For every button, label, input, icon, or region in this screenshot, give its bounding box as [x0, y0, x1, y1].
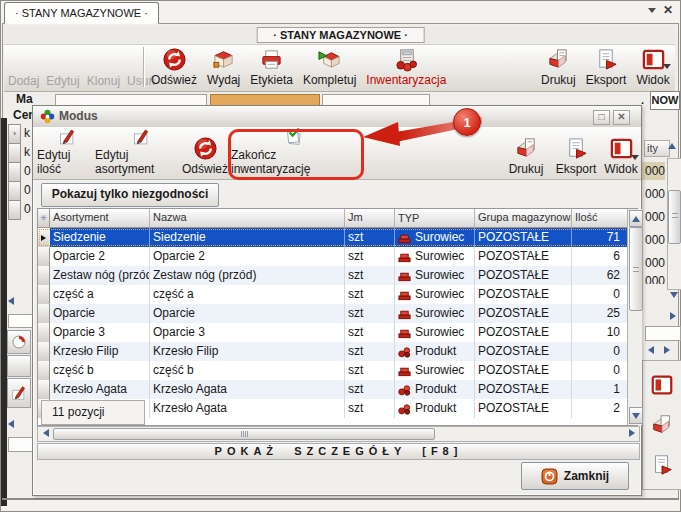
column-header-asortyment[interactable]: Asortyment — [50, 209, 150, 227]
window-menu-caret-icon[interactable] — [648, 8, 656, 13]
cell-typ-label: Surowiec — [415, 247, 464, 266]
scroll-right-icon[interactable] — [670, 312, 676, 320]
dialog-titlebar[interactable]: Modus □ ✕ — [33, 106, 641, 128]
mini-grid-row[interactable]: k — [8, 143, 33, 162]
mini-cell: k — [21, 124, 30, 143]
view-icon[interactable] — [650, 373, 674, 397]
cell-jm: szt — [345, 342, 395, 361]
row-selector[interactable] — [38, 228, 50, 247]
edit-assortment-button[interactable]: Edytuj asortyment — [95, 127, 187, 179]
row-selector[interactable] — [38, 342, 50, 361]
column-header-ilosc[interactable]: Ilość — [572, 209, 626, 227]
dialog-toolbar-caret-icon[interactable] — [631, 155, 639, 160]
row-selector[interactable] — [38, 304, 50, 323]
scroll-left-button[interactable] — [39, 428, 52, 438]
assemble-button[interactable]: Kompletuj — [298, 45, 361, 90]
grid-vertical-scrollbar[interactable] — [627, 209, 642, 425]
row-selector[interactable] — [8, 181, 21, 201]
scroll-left-icon — [43, 429, 49, 437]
edit-quantity-button[interactable]: Edytuj ilość — [37, 127, 97, 179]
background-edit-button[interactable] — [7, 378, 31, 408]
column-header-grupa[interactable]: Grupa magazynowa — [475, 209, 572, 227]
edit-button[interactable]: Edytuj — [46, 74, 79, 88]
clone-button[interactable]: Klonuj — [87, 74, 120, 88]
cell-typ: Surowiec — [395, 323, 475, 342]
hscrollbar-thumb[interactable] — [53, 428, 435, 440]
dialog-maximize-icon[interactable]: □ — [593, 110, 610, 125]
mini-grid-row[interactable]: 0 — [8, 200, 33, 219]
inventory-button[interactable]: Inwentaryzacja — [361, 45, 451, 90]
column-header-nazwa[interactable]: Nazwa — [150, 209, 345, 227]
window-close-icon[interactable]: ✕ — [663, 3, 673, 17]
background-scrollbar-thumb[interactable] — [668, 190, 681, 244]
pager-left-icon[interactable] — [648, 346, 654, 354]
row-selector[interactable] — [38, 361, 50, 380]
dialog-close-icon[interactable]: ✕ — [613, 110, 630, 125]
table-row[interactable]: Zestaw nóg (przód) Zestaw nóg (przód) sz… — [38, 266, 637, 285]
column-header-typ[interactable]: TYP — [395, 209, 475, 227]
grid-horizontal-scrollbar[interactable] — [37, 426, 640, 442]
scroll-down-icon[interactable] — [670, 292, 678, 298]
mini-grid-row[interactable]: 0 — [8, 181, 33, 200]
close-dialog-button[interactable]: Zamknij — [521, 462, 629, 490]
scroll-up-button[interactable] — [629, 210, 643, 227]
dialog-export-button[interactable]: Eksport — [551, 127, 601, 179]
table-row[interactable]: Oparcie 3 Oparcie 3 szt Surowiec POZOSTA… — [38, 323, 637, 342]
cell-typ: Surowiec — [395, 266, 475, 285]
pager-right-icon[interactable] — [664, 346, 670, 354]
table-row[interactable]: część a część a szt Surowiec POZOSTAŁE 0 — [38, 285, 637, 304]
assemble-icon — [317, 47, 342, 72]
row-selector[interactable] — [38, 380, 50, 399]
table-row[interactable]: część b część b szt Surowiec POZOSTAŁE 0 — [38, 361, 637, 380]
row-selector[interactable] — [8, 162, 21, 182]
cell-ilosc: 2 — [572, 399, 623, 418]
row-selector[interactable]: › — [8, 124, 21, 144]
history-icon — [11, 334, 27, 350]
row-selector[interactable] — [38, 266, 50, 285]
grid-scrollbar-thumb[interactable] — [629, 227, 643, 311]
label-button[interactable]: Etykieta — [245, 45, 298, 90]
scroll-down-button[interactable] — [629, 407, 643, 424]
document-tab-label: · STANY MAGAZYNOWE · — [15, 7, 148, 19]
background-history-button[interactable] — [7, 330, 31, 354]
background-blank-button[interactable] — [7, 355, 31, 377]
mini-grid-row[interactable]: 0 — [8, 162, 33, 181]
row-selector[interactable] — [8, 143, 21, 163]
row-selector[interactable] — [38, 247, 50, 266]
table-row[interactable]: Oparcie Oparcie szt Surowiec POZOSTAŁE 2… — [38, 304, 637, 323]
cell-nazwa: Oparcie 3 — [150, 323, 345, 342]
export-icon[interactable] — [650, 453, 674, 477]
refresh-button[interactable]: Odśwież — [146, 45, 202, 90]
table-row[interactable]: Krzesło Filip Krzesło Filip szt Produkt … — [38, 342, 637, 361]
background-tab-now[interactable]: NOW — [650, 91, 680, 110]
grid-corner-asterisk[interactable]: ✳ — [38, 209, 50, 227]
table-row[interactable]: Oparcie 2 Oparcie 2 szt Surowiec POZOSTA… — [38, 247, 637, 266]
print-icon[interactable] — [650, 413, 674, 437]
column-header-jm[interactable]: Jm — [345, 209, 395, 227]
scroll-right-button[interactable] — [625, 428, 638, 438]
document-tab[interactable]: · STANY MAGAZYNOWE · — [4, 2, 159, 24]
toolbar-options-caret-icon[interactable] — [663, 64, 671, 69]
export-button[interactable]: Eksport — [581, 45, 632, 90]
dialog-view-button[interactable]: Widok — [603, 127, 639, 179]
table-row[interactable]: Siedzenie Siedzenie szt Surowiec POZOSTA… — [38, 228, 637, 247]
issue-button[interactable]: Wydaj — [202, 45, 245, 90]
row-selector[interactable] — [8, 200, 21, 220]
cell-jm: szt — [345, 323, 395, 342]
print-button[interactable]: Drukuj — [536, 45, 581, 90]
dialog-refresh-button[interactable]: Odśwież — [181, 127, 229, 179]
mini-grid-row[interactable]: ›k — [8, 124, 33, 143]
dialog-print-button[interactable]: Drukuj — [503, 127, 549, 179]
annotation-highlight-box — [228, 129, 364, 180]
cell-typ: Surowiec — [395, 285, 475, 304]
show-details-button[interactable]: POKAŻ SZCZEGÓŁY [F8] — [37, 443, 640, 460]
show-discrepancies-button[interactable]: Pokazuj tylko niezgodności — [41, 183, 219, 207]
row-selector[interactable] — [38, 323, 50, 342]
background-column-header-fragment[interactable]: ity — [644, 140, 670, 157]
scroll-left-icon[interactable] — [8, 297, 14, 305]
table-row[interactable]: Krzesło Agata Krzesło Agata szt Produkt … — [38, 380, 637, 399]
row-selector[interactable] — [38, 285, 50, 304]
scroll-left-icon[interactable] — [8, 420, 14, 428]
cell-nazwa: Oparcie — [150, 304, 345, 323]
add-button[interactable]: Dodaj — [8, 74, 39, 88]
